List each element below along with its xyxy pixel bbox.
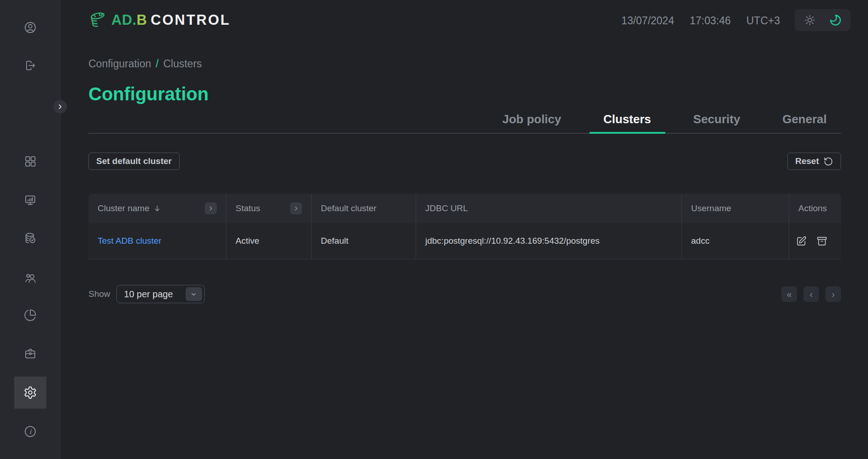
sidebar-item-reports[interactable]: [14, 299, 46, 331]
column-label: Default cluster: [321, 203, 376, 213]
column-label: Username: [691, 203, 731, 213]
briefcase-icon: [24, 347, 37, 360]
column-label: JDBC URL: [425, 203, 468, 213]
column-header-jdbc-url: JDBC URL: [416, 194, 682, 223]
sidebar-item-dashboard[interactable]: [14, 145, 46, 177]
reset-button[interactable]: Reset: [787, 153, 841, 170]
archive-cluster-button[interactable]: [816, 235, 828, 247]
table-header-row: Cluster name Status: [88, 194, 841, 223]
sidebar-item-monitoring[interactable]: [14, 184, 46, 216]
first-page-button[interactable]: «: [781, 286, 797, 302]
rotate-ccw-icon: [824, 157, 833, 166]
clusters-table: Cluster name Status: [88, 194, 841, 259]
table-row: Test ADB cluster Active Default jdbc:pos…: [88, 223, 841, 259]
pie-chart-icon: [24, 309, 37, 322]
column-header-cluster-name: Cluster name: [88, 194, 226, 223]
tab-job-policy[interactable]: Job policy: [488, 105, 576, 133]
page-size-value: 10 per page: [124, 289, 173, 300]
app-logo: AD.BCONTROL: [88, 11, 231, 29]
header-date: 13/07/2024: [621, 15, 674, 27]
gear-icon: [23, 386, 37, 399]
chevron-right-icon: [57, 104, 63, 110]
logo-text-prefix: AD.: [111, 12, 137, 28]
sidebar-item-jobs[interactable]: [14, 338, 46, 370]
archive-icon: [816, 235, 828, 247]
cell-actions: [789, 223, 841, 259]
header-timezone: UTC+3: [747, 15, 780, 27]
column-header-actions: Actions: [789, 194, 841, 223]
column-label: Status: [236, 203, 260, 213]
breadcrumb-separator: /: [156, 58, 159, 70]
users-icon: [24, 272, 37, 284]
cell-cluster-name: Test ADB cluster: [88, 223, 226, 259]
moon-icon: [829, 14, 842, 27]
sidebar-item-users[interactable]: [14, 262, 46, 294]
breadcrumb-parent[interactable]: Configuration: [88, 58, 151, 70]
set-default-cluster-button[interactable]: Set default cluster: [88, 153, 180, 170]
reset-button-label: Reset: [795, 156, 819, 166]
header-time: 17:03:46: [690, 15, 731, 27]
chevron-right-icon: [208, 206, 214, 211]
sort-desc-icon[interactable]: [153, 204, 161, 213]
page-nav: « ‹ ›: [781, 286, 841, 302]
tab-clusters[interactable]: Clusters: [589, 105, 665, 133]
chevron-down-icon: [186, 287, 202, 301]
tab-security[interactable]: Security: [679, 105, 755, 133]
sidebar-item-profile[interactable]: [14, 11, 46, 44]
cluster-name-link[interactable]: Test ADB cluster: [98, 236, 161, 246]
logo-text-b: B: [137, 12, 147, 28]
edit-icon: [796, 235, 807, 247]
cell-status: Active: [226, 223, 312, 259]
column-header-status: Status: [226, 194, 312, 223]
next-page-button[interactable]: ›: [825, 286, 841, 302]
pagination-bar: Show 10 per page « ‹ ›: [88, 285, 841, 303]
chevron-right-icon: [293, 206, 299, 211]
tab-bar: Job policy Clusters Security General: [488, 105, 841, 133]
sidebar: i: [0, 0, 60, 459]
logo-text-suffix: CONTROL: [151, 12, 231, 28]
info-icon: i: [24, 425, 37, 438]
sidebar-item-logout[interactable]: [14, 49, 46, 82]
light-theme-button[interactable]: [800, 11, 819, 30]
page-size-select[interactable]: 10 per page: [116, 285, 205, 303]
monitor-chart-icon: [24, 194, 37, 207]
user-circle-icon: [24, 21, 37, 34]
cell-jdbc-url: jdbc:postgresql://10.92.43.169:5432/post…: [416, 223, 682, 259]
show-label: Show: [88, 289, 110, 299]
svg-text:i: i: [29, 428, 32, 435]
logout-icon: [24, 59, 37, 72]
database-logo-icon: [88, 11, 109, 29]
cell-username: adcc: [682, 223, 789, 259]
breadcrumb-current: Clusters: [163, 58, 202, 70]
dark-theme-button[interactable]: [826, 11, 845, 30]
cell-default-cluster: Default: [312, 223, 416, 259]
status-filter-expand-button[interactable]: [290, 202, 302, 214]
sidebar-collapse-button[interactable]: [53, 100, 67, 114]
theme-toggle: [795, 9, 851, 31]
breadcrumb: Configuration / Clusters: [88, 58, 202, 70]
header-datetime: 13/07/2024 17:03:46 UTC+3: [621, 9, 780, 32]
sun-icon: [804, 14, 816, 26]
edit-cluster-button[interactable]: [796, 235, 807, 247]
column-label: Cluster name: [98, 203, 149, 213]
tab-general[interactable]: General: [768, 105, 841, 133]
column-label: Actions: [798, 203, 827, 213]
column-header-username: Username: [682, 194, 789, 223]
grid-icon: [24, 155, 37, 168]
column-header-default-cluster: Default cluster: [312, 194, 416, 223]
app-root: i: [0, 0, 868, 459]
page-title: Configuration: [88, 84, 209, 104]
prev-page-button[interactable]: ‹: [803, 286, 819, 302]
sidebar-item-backup[interactable]: [14, 222, 46, 254]
database-check-icon: [24, 232, 37, 245]
page-size-control: Show 10 per page: [88, 285, 205, 303]
cluster-name-filter-expand-button[interactable]: [205, 202, 217, 214]
sidebar-item-settings[interactable]: [14, 377, 46, 409]
sidebar-item-info[interactable]: i: [14, 415, 46, 448]
